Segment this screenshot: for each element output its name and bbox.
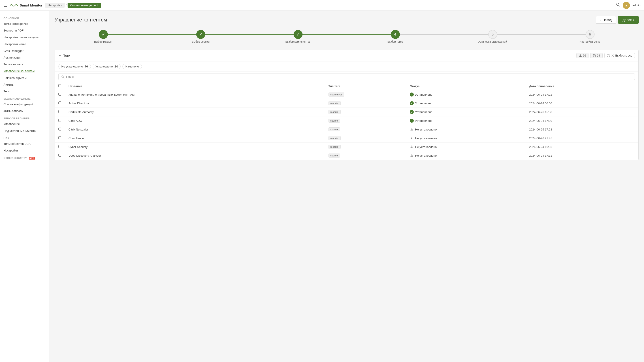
search-icon[interactable] <box>616 3 620 8</box>
filter-uninstalled[interactable]: Не установлено 76 <box>58 64 91 69</box>
sidebar-item-content-management[interactable]: Управление контентом <box>0 68 49 74</box>
row-updated: 2024-06-24 17:22 <box>526 90 638 99</box>
step-6-circle: 6 <box>586 30 594 39</box>
content-panel: Теги 76 24 Выбрать все <box>54 50 639 160</box>
check-badge-icon <box>593 54 596 57</box>
filter-changed[interactable]: Изменено <box>122 64 142 69</box>
row-checkbox-7[interactable] <box>58 154 61 157</box>
row-checkbox-6[interactable] <box>58 145 61 148</box>
sidebar-item-jdbc[interactable]: JDBC-запросы <box>0 108 49 114</box>
filter-installed[interactable]: Установлено 24 <box>93 64 121 69</box>
download-icon <box>579 54 582 57</box>
step-5-circle: 5 <box>488 30 497 39</box>
row-checkbox-0[interactable] <box>58 93 61 96</box>
row-status: Не установлено <box>406 151 526 160</box>
select-all-label[interactable]: Выбрать все <box>615 54 632 57</box>
sidebar-item-scheduler[interactable]: Настройки планировщика <box>0 34 49 41</box>
row-updated: 2024-06-24 00:00 <box>526 99 638 108</box>
sidebar-item-manage[interactable]: Управление <box>0 121 49 127</box>
row-checkbox-cell <box>55 134 65 143</box>
step-5-label: Установка разрешений <box>478 40 507 43</box>
row-checkbox-5[interactable] <box>58 136 61 139</box>
row-name: Citrix Netscaler <box>65 125 325 134</box>
row-checkbox-1[interactable] <box>58 101 61 104</box>
sidebar-item-export[interactable]: Экспорт в PDF <box>0 27 49 34</box>
select-all-checkbox[interactable] <box>58 84 61 87</box>
svg-point-2 <box>593 54 596 57</box>
username-label: admin <box>632 3 640 7</box>
table-row: Compliance module Не установлено 2024-06… <box>55 134 638 143</box>
th-updated: Дата обновления <box>526 82 638 90</box>
step-1-circle: ✓ <box>99 30 108 39</box>
search-input-icon <box>61 75 64 78</box>
page-title: Управление контентом <box>54 17 107 23</box>
search-input[interactable] <box>66 75 632 78</box>
sidebar-item-uba-settings[interactable]: Настройки <box>0 147 49 154</box>
row-updated: 2024-06-25 17:23 <box>526 125 638 134</box>
row-status: ✓Установлено <box>406 99 526 108</box>
table-row: Управление привилегированным доступом (P… <box>55 90 638 99</box>
collapse-icon[interactable] <box>58 54 62 57</box>
row-checkbox-4[interactable] <box>58 128 61 131</box>
row-checkbox-3[interactable] <box>58 119 61 122</box>
new-badge: NEW <box>29 157 36 160</box>
row-updated: 2024-06-24 17:30 <box>526 116 638 125</box>
svg-line-7 <box>64 77 64 78</box>
step-6[interactable]: 6 Настройка меню <box>541 30 639 43</box>
sidebar-item-grok[interactable]: Grok Debugger <box>0 48 49 54</box>
download-count-badge: 76 <box>576 53 588 58</box>
chevron-right-icon: › <box>633 18 634 22</box>
sidebar-item-tegi[interactable]: Теги <box>0 88 49 95</box>
avatar: a <box>623 2 630 9</box>
row-tag-type: module <box>325 143 406 151</box>
step-2[interactable]: ✓ Выбор версии <box>152 30 249 43</box>
step-5[interactable]: 5 Установка разрешений <box>444 30 541 43</box>
sidebar-item-localization[interactable]: Локализация <box>0 54 49 61</box>
row-name: Citrix ADC <box>65 116 325 125</box>
sidebar-item-limits[interactable]: Лимиты <box>0 81 49 88</box>
sidebar-section-title-service-provider: SERVICE PROVIDER <box>0 114 49 121</box>
sidebar-item-temy[interactable]: Темы интерфейса <box>0 20 49 27</box>
next-button[interactable]: Далее › <box>618 16 639 24</box>
sidebar-item-menu-settings[interactable]: Настройки меню <box>0 41 49 48</box>
breadcrumb-separator: / <box>66 3 66 7</box>
row-status: ✓Установлено <box>406 90 526 99</box>
th-name: Название <box>65 82 325 90</box>
row-tag-type: source <box>325 151 406 160</box>
layout: ОСНОВНОЕ Темы интерфейса Экспорт в PDF Н… <box>0 11 644 362</box>
step-3-circle: ✓ <box>294 30 302 39</box>
breadcrumb-settings[interactable]: Настройки <box>45 3 65 8</box>
sidebar-section-osnovnoe: ОСНОВНОЕ Темы интерфейса Экспорт в PDF Н… <box>0 14 49 95</box>
row-checkbox-cell <box>55 99 65 108</box>
row-checkbox-2[interactable] <box>58 110 61 113</box>
row-checkbox-cell <box>55 143 65 151</box>
step-3[interactable]: ✓ Выбор компонентов <box>249 30 346 43</box>
sidebar-item-uba-types[interactable]: Типы объектов UBA <box>0 141 49 147</box>
logo-text: Smart Monitor <box>20 3 42 7</box>
sidebar-item-configurations[interactable]: Список конфигураций <box>0 101 49 108</box>
row-checkbox-cell <box>55 151 65 160</box>
back-button[interactable]: ‹ Назад <box>596 16 616 24</box>
table-row: Deep Discovery Analyzer source Не устано… <box>55 151 638 160</box>
svg-line-1 <box>618 5 620 6</box>
step-1-label: Выбор модуля <box>94 40 112 43</box>
sidebar-item-scoring[interactable]: Типы скоринга <box>0 61 49 68</box>
close-icon <box>611 54 614 57</box>
step-3-label: Выбор компонентов <box>285 40 310 43</box>
sidebar-section-title-cyber-security: CYBER SECURITY NEW <box>0 154 49 161</box>
row-status: Не установлено <box>406 143 526 151</box>
row-status: ✓Установлено <box>406 116 526 125</box>
sidebar: ОСНОВНОЕ Темы интерфейса Экспорт в PDF Н… <box>0 11 49 362</box>
step-4-label: Выбор тегов <box>388 40 403 43</box>
step-1[interactable]: ✓ Выбор модуля <box>54 30 152 43</box>
main-content: Управление контентом ‹ Назад Далее › ✓ В… <box>49 11 644 362</box>
table-container: Название Тип тега Статус Дата обновления… <box>55 82 638 160</box>
hamburger-icon[interactable]: ☰ <box>4 3 7 8</box>
row-tag-type: source <box>325 116 406 125</box>
sidebar-section-uba: UBA Типы объектов UBA Настройки <box>0 134 49 154</box>
th-status: Статус <box>406 82 526 90</box>
sidebar-item-painless[interactable]: Painless-скрипты <box>0 75 49 81</box>
breadcrumb-content-management[interactable]: Content management <box>68 3 101 8</box>
step-4[interactable]: 4 Выбор тегов <box>346 30 444 43</box>
sidebar-item-clients[interactable]: Подключенные клиенты <box>0 128 49 134</box>
